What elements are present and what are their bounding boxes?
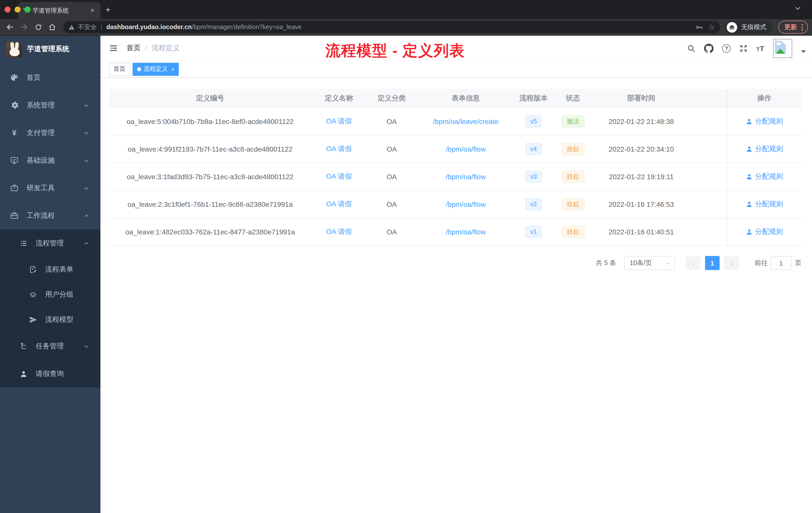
maximize-window-button[interactable] xyxy=(25,6,31,12)
sidebar-item-process-management[interactable]: 流程管理 xyxy=(0,230,100,257)
logo-avatar xyxy=(6,41,22,57)
definition-name-link[interactable]: OA 请假 xyxy=(326,117,352,126)
app-logo[interactable]: 芋道管理系统 xyxy=(0,36,100,63)
form-link[interactable]: /bpm/oa/flow xyxy=(446,173,486,181)
url-bar[interactable]: 不安全 | dashboard.yudao.iocoder.cn/bpm/man… xyxy=(63,21,720,33)
chevron-down-icon xyxy=(83,157,89,163)
browser-update-button[interactable]: 更新 xyxy=(778,21,808,34)
tag-close-icon[interactable]: × xyxy=(171,66,174,72)
back-icon[interactable] xyxy=(4,21,16,33)
navbar: 首页 / 流程定义 流程模型 - 定义列表 ? TT xyxy=(100,36,812,61)
new-tab-button[interactable]: + xyxy=(106,5,111,15)
page-size-select[interactable]: 10条/页 xyxy=(624,256,675,270)
form-link[interactable]: /bpm/oa/leave/create xyxy=(433,117,499,125)
status-badge: 挂起 xyxy=(562,226,584,238)
next-page-button[interactable]: › xyxy=(724,256,739,270)
version-badge: v4 xyxy=(525,143,542,155)
definition-name-link[interactable]: OA 请假 xyxy=(326,228,352,236)
user-avatar[interactable] xyxy=(773,38,792,58)
help-question-icon[interactable]: ? xyxy=(722,44,731,53)
definition-id: oa_leave:5:004b710b-7b8a-11ec-8ef0-acde4… xyxy=(109,108,311,135)
home-icon[interactable] xyxy=(46,21,58,33)
column-header: 状态 xyxy=(552,89,593,108)
assign-rule-link[interactable]: 分配规则 xyxy=(755,200,783,209)
branch-tree-icon xyxy=(19,342,28,350)
fullscreen-icon[interactable] xyxy=(739,44,748,53)
status-badge: 激活 xyxy=(562,116,584,128)
deploy-time: 2022-01-22 20:34:10 xyxy=(593,135,689,163)
security-label[interactable]: 不安全 xyxy=(78,23,97,31)
sidebar-item-user-group[interactable]: 用户分组 xyxy=(0,282,100,307)
pagination-total: 共 5 条 xyxy=(596,259,616,268)
sidebar-item-process-form[interactable]: 流程表单 xyxy=(0,257,100,282)
breadcrumb-home[interactable]: 首页 xyxy=(126,43,141,53)
browser-menu-icon[interactable] xyxy=(802,24,803,30)
window-controls[interactable] xyxy=(4,6,31,12)
close-window-button[interactable] xyxy=(4,6,10,12)
form-link[interactable]: /bpm/oa/flow xyxy=(446,228,486,236)
assign-rule-link[interactable]: 分配规则 xyxy=(755,117,783,126)
form-link[interactable]: /bpm/oa/flow xyxy=(446,145,486,153)
forward-icon[interactable] xyxy=(18,21,30,33)
version-badge: v5 xyxy=(525,116,542,128)
filler-cell xyxy=(689,163,727,190)
tag-process-definition[interactable]: 流程定义 × xyxy=(133,62,179,76)
assign-rule-link[interactable]: 分配规则 xyxy=(755,145,783,154)
password-key-icon[interactable] xyxy=(695,23,703,31)
page-number-button[interactable]: 1 xyxy=(705,256,720,270)
definition-name-link[interactable]: OA 请假 xyxy=(326,172,352,181)
definition-name-link[interactable]: OA 请假 xyxy=(326,200,352,209)
filler-cell xyxy=(689,108,727,135)
breadcrumb: 首页 / 流程定义 xyxy=(126,43,180,53)
form-link[interactable]: /bpm/oa/flow xyxy=(446,200,486,208)
column-header: 流程版本 xyxy=(515,89,552,108)
sidebar-item-system[interactable]: 系统管理 xyxy=(0,91,100,119)
page-unit-label: 页 xyxy=(795,259,802,268)
definition-id: oa_leave:4:991f2193-7b7f-11ec-a3c8-acde4… xyxy=(109,135,311,163)
sidebar-item-dev-tools[interactable]: 研发工具 xyxy=(0,174,100,202)
tag-home[interactable]: 首页 xyxy=(109,62,130,76)
user-menu-caret-icon[interactable] xyxy=(801,50,806,53)
tab-search-chevron-icon[interactable] xyxy=(794,5,801,11)
reload-icon[interactable] xyxy=(32,21,44,33)
form-edit-icon xyxy=(29,265,37,274)
column-header: 定义编号 xyxy=(109,89,311,108)
incognito-badge: 无痕模式 xyxy=(725,21,772,34)
chevron-down-icon xyxy=(83,130,89,136)
sidebar-item-infrastructure[interactable]: 基础设施 xyxy=(0,147,100,174)
chevron-down-icon xyxy=(665,260,670,266)
assign-rule-link[interactable]: 分配规则 xyxy=(755,172,783,181)
column-header: 部署时间 xyxy=(593,89,689,108)
chevron-up-icon xyxy=(83,213,89,219)
url-text[interactable]: dashboard.yudao.iocoder.cn/bpm/manager/d… xyxy=(107,24,692,31)
tab-close-icon[interactable]: × xyxy=(88,6,96,14)
sidebar-item-leave-query[interactable]: 请假查询 xyxy=(0,360,100,388)
toolbox-icon xyxy=(10,184,19,192)
definition-name-link[interactable]: OA 请假 xyxy=(326,145,352,154)
github-icon[interactable] xyxy=(704,43,714,53)
table-row: oa_leave:2:3c1f0ef1-76b1-11ec-9c66-a2380… xyxy=(109,191,802,218)
sidebar-item-workflow[interactable]: 工作流程 xyxy=(0,202,100,230)
sidebar-item-payment[interactable]: ¥ 支付管理 xyxy=(0,119,100,147)
sidebar-item-task-management[interactable]: 任务管理 xyxy=(0,332,100,360)
goto-page-input[interactable] xyxy=(771,256,791,270)
definition-id: oa_leave:1:482ec033-762a-11ec-8477-a2380… xyxy=(109,218,311,245)
active-tag-dot xyxy=(137,67,141,71)
font-size-icon[interactable]: TT xyxy=(756,44,764,53)
pagination: 共 5 条 10条/页 ‹ 1 › 前往 页 xyxy=(109,256,802,270)
search-icon[interactable] xyxy=(687,44,696,53)
user-icon xyxy=(19,369,28,378)
prev-page-button[interactable]: ‹ xyxy=(686,256,700,270)
sidebar-item-process-model[interactable]: 流程模型 xyxy=(0,307,100,332)
chevron-down-icon xyxy=(83,185,89,191)
page-annotation-title: 流程模型 - 定义列表 xyxy=(325,41,465,61)
bookmark-star-icon[interactable]: ☆ xyxy=(708,23,715,32)
table-row: oa_leave:3:1fad3d93-7b75-11ec-a3c8-acde4… xyxy=(109,163,802,191)
definition-category: OA xyxy=(367,108,417,135)
sidebar-toggle-icon[interactable] xyxy=(108,42,119,54)
monitor-icon xyxy=(10,156,19,164)
minimize-window-button[interactable] xyxy=(14,6,21,12)
sidebar-item-home[interactable]: 首页 xyxy=(0,64,100,91)
assign-rule-link[interactable]: 分配规则 xyxy=(755,228,783,236)
definition-category: OA xyxy=(367,163,417,190)
